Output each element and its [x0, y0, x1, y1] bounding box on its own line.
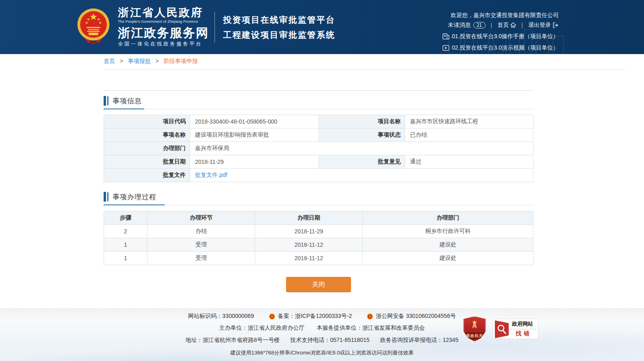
- info-label-item-status: 事项状态: [319, 128, 405, 142]
- process-cell-department: 桐乡市行政许可科: [363, 225, 533, 238]
- manual-doc-icon: [442, 33, 449, 39]
- gov-subtitle: The People's Government of Zhejiang Prov…: [118, 20, 209, 24]
- page-footer: 网站标识码：3300000069 备案：浙ICP备12000333号-2 浙公网…: [0, 308, 644, 361]
- video-link-label: 02.投资在线平台3.0演示视频（项目单位）: [452, 44, 559, 52]
- manual-link-label: 01.投资在线平台3.0操作手册（项目单位）: [452, 33, 559, 40]
- approval-file-link[interactable]: 批复文件.pdf: [195, 172, 227, 178]
- icp-record-label: 备案：浙ICP备12000333号-2: [278, 313, 352, 320]
- info-label-department: 办理部门: [104, 142, 190, 155]
- process-header-row: 步骤 办理环节 办理日期 办理部门: [104, 211, 533, 225]
- info-label-approval-date: 批复日期: [104, 155, 190, 169]
- process-cell-date: 2018-11-12: [255, 252, 363, 265]
- platform-titles: 投资项目在线审批监管平台 工程建设项目审批监管系统: [223, 15, 335, 39]
- logout-icon: [553, 22, 559, 28]
- home-link[interactable]: 首页: [497, 22, 516, 29]
- process-col-step: 步骤: [104, 211, 147, 225]
- support-phone-text: 技术支持电话：0571-85118015: [290, 337, 369, 344]
- page-header: 浙江省人民政府 The People's Government of Zheji…: [0, 0, 644, 54]
- breadcrumb-item-approval[interactable]: 事项报批: [128, 58, 151, 64]
- platform-title-2: 工程建设项目审批监管系统: [223, 30, 335, 39]
- item-info-table: 项目代码 2018-330400-48-01-058065-000 项目名称 嘉…: [104, 115, 533, 182]
- process-cell-date: 2018-11-29: [255, 225, 363, 238]
- process-cell-step: 1: [104, 252, 147, 265]
- info-label-approval-opinion: 批复意见: [319, 155, 405, 169]
- info-row: 项目代码 2018-330400-48-01-058065-000 项目名称 嘉…: [104, 115, 533, 128]
- info-value-approval-opinion: 通过: [405, 155, 533, 169]
- process-cell-stage: 办结: [147, 225, 255, 238]
- police-record-label: 浙公网安备 33010602004556号: [376, 313, 456, 320]
- home-icon: [510, 22, 516, 28]
- welcome-text: 欢迎您，嘉兴市交通投资集团有限责任公司: [442, 11, 559, 20]
- info-label-item-name: 事项名称: [104, 128, 190, 142]
- complaint-phone-text: 政务咨询投诉举报电话：12345: [380, 337, 458, 344]
- process-cell-stage: 受理: [147, 252, 255, 265]
- national-emblem-icon: [76, 6, 111, 48]
- logo-group: 浙江省人民政府 The People's Government of Zheji…: [76, 6, 209, 48]
- footer-registration-line: 网站标识码：3300000069 备案：浙ICP备12000333号-2 浙公网…: [0, 308, 644, 321]
- process-cell-stage: 受理: [147, 238, 255, 252]
- find-error-badge[interactable]: 政府网站 找错: [493, 319, 538, 339]
- portal-subtitle: 全国一体化在线政务服务平台: [118, 41, 209, 47]
- info-value-project-code: 2018-330400-48-01-058065-000: [190, 115, 319, 128]
- section-bars-icon: [104, 192, 108, 202]
- emblem-mini-icon: [269, 313, 275, 320]
- info-row: 批复文件 批复文件.pdf: [104, 169, 533, 182]
- process-cell-step: 2: [104, 225, 147, 238]
- section-title-item-info: 事项信息: [113, 96, 142, 106]
- footer-contact-line: 地址：浙江省杭州市省府路8号一号楼 技术支持电话：0571-85118015 政…: [0, 337, 644, 344]
- logo-text: 浙江省人民政府 The People's Government of Zheji…: [118, 7, 209, 47]
- breadcrumb: 首页 > 事项报批 > 阶段事项申报: [104, 54, 626, 70]
- process-row: 1 受理 2018-11-12 建设处: [104, 238, 533, 252]
- platform-title-1: 投资项目在线审批监管平台: [223, 15, 335, 24]
- process-cell-date: 2018-11-12: [255, 238, 363, 252]
- header-links: 未读消息 21 ｜ 首页 ｜ 退出登录: [442, 21, 559, 29]
- info-value-approval-date: 2018-11-29: [190, 155, 319, 169]
- section-bars-icon: [104, 96, 108, 106]
- info-value-department: 嘉兴市环保局: [190, 142, 533, 155]
- process-col-stage: 办理环节: [147, 211, 255, 225]
- breadcrumb-separator: >: [156, 58, 159, 64]
- process-cell-department: 建设处: [363, 238, 533, 252]
- info-value-approval-file: 批复文件.pdf: [190, 169, 533, 182]
- breadcrumb-home[interactable]: 首页: [104, 58, 115, 64]
- main-content: 事项信息 项目代码 2018-330400-48-01-058065-000 项…: [104, 90, 533, 292]
- video-link[interactable]: 02.投资在线平台3.0演示视频（项目单位）: [442, 43, 559, 52]
- breadcrumb-separator: >: [120, 58, 123, 64]
- provider-text: 本服务提供单位：浙江省发展和改革委员会: [317, 324, 425, 332]
- footer-browser-tip: 建议使用1366*768分辨率/Chrome浏览器/IE9.0或以上浏览器访问达…: [0, 349, 644, 357]
- find-error-flag-icon: [493, 319, 509, 339]
- section-title-process: 事项办理过程: [113, 192, 156, 202]
- address-text: 地址：浙江省杭州市省府路8号一号楼: [186, 337, 280, 344]
- footer-organizer-line: 主办单位：浙江省人民政府办公厅 本服务提供单位：浙江省发展和改革委员会: [0, 324, 644, 332]
- info-value-project-name: 嘉兴市市区快速路环线工程: [405, 115, 533, 128]
- process-col-date: 办理日期: [255, 211, 363, 225]
- info-row: 事项名称 建设项目环境影响报告表审批 事项状态 已办结: [104, 128, 533, 142]
- portal-title: 浙江政务服务网: [118, 27, 209, 39]
- link-separator: ｜: [488, 22, 495, 29]
- police-record[interactable]: 浙公网安备 33010602004556号: [366, 313, 456, 320]
- section-underline: [104, 205, 533, 205]
- process-row: 2 办结 2018-11-29 桐乡市行政许可科: [104, 225, 533, 238]
- close-button[interactable]: 关闭: [286, 277, 351, 292]
- process-cell-department: 建设处: [363, 252, 533, 265]
- section-underline: [104, 109, 533, 109]
- find-error-line1: 政府网站: [509, 320, 536, 329]
- section-item-info-header: 事项信息: [104, 95, 533, 107]
- unread-messages-link[interactable]: 未读消息: [448, 22, 471, 29]
- info-label-approval-file: 批复文件: [104, 169, 190, 182]
- link-separator: ｜: [518, 22, 526, 29]
- logout-link-label: 退出登录: [528, 22, 551, 29]
- video-play-icon: [442, 45, 449, 51]
- icp-record[interactable]: 备案：浙ICP备12000333号-2: [269, 313, 352, 320]
- manual-link[interactable]: 01.投资在线平台3.0操作手册（项目单位）: [442, 32, 559, 41]
- info-label-project-code: 项目代码: [104, 115, 190, 128]
- logout-link[interactable]: 退出登录: [528, 22, 559, 29]
- info-label-project-name: 项目名称: [319, 115, 405, 128]
- process-cell-step: 1: [104, 238, 147, 252]
- unread-count-badge[interactable]: 21: [473, 22, 486, 28]
- police-badge-mini-icon: [366, 313, 373, 320]
- info-value-item-status: 已办结: [405, 128, 533, 142]
- party-badge-emblem-icon: [469, 319, 480, 330]
- gov-title: 浙江省人民政府: [118, 7, 209, 18]
- process-col-department: 办理部门: [363, 211, 533, 225]
